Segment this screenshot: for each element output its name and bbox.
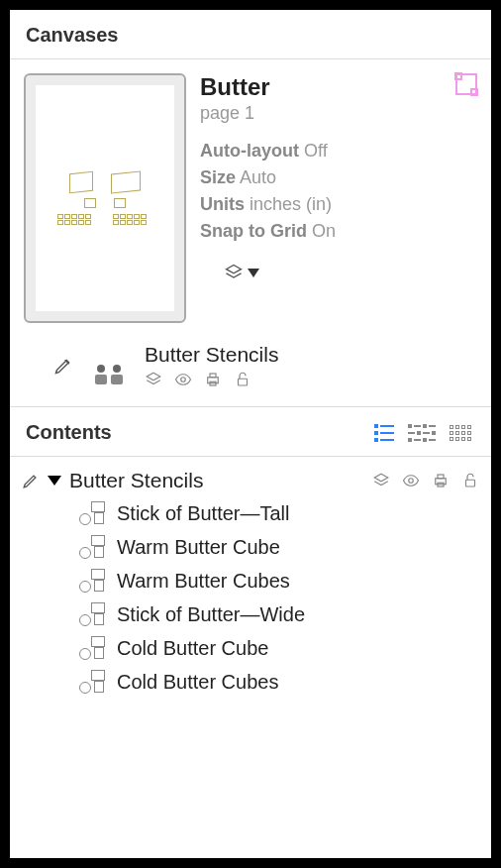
eye-icon[interactable] [174,371,192,388]
group-icon [77,670,105,694]
group-icon [77,636,105,660]
tree-item[interactable]: Warm Butter Cubes [22,564,479,597]
view-list-icon[interactable] [374,424,394,442]
prop-units: Units inches (in) [200,191,477,218]
canvases-header: Canvases [10,10,491,59]
pencil-icon[interactable] [53,356,73,376]
unlock-icon[interactable] [234,371,251,388]
group-icon [77,602,105,626]
chevron-down-icon [248,269,259,277]
prop-size: Size Auto [200,164,477,191]
stencil-row[interactable]: Butter Stencils [10,337,491,406]
svg-rect-7 [438,475,444,479]
thumbnail-preview [36,85,174,311]
print-icon[interactable] [204,371,222,388]
tree-item[interactable]: Cold Butter Cube [22,631,479,665]
tree-item-label: Stick of Butter—Wide [117,603,305,626]
prop-autolayout: Auto-layout Off [200,138,477,164]
view-sliders-icon[interactable] [408,424,436,442]
group-icon [77,501,105,525]
group-icon [77,569,105,593]
pencil-icon[interactable] [22,472,40,489]
svg-point-0 [181,378,186,382]
tree-item[interactable]: Stick of Butter—Tall [22,496,479,530]
canvas-subtitle: page 1 [200,103,270,124]
tree-root-label: Butter Stencils [69,469,203,492]
svg-point-5 [409,479,414,484]
prop-snap: Snap to Grid On [200,218,477,245]
frame-icon[interactable] [455,73,477,95]
canvas-block: Butter page 1 Auto-layout Off Size Auto … [10,59,491,337]
svg-rect-1 [208,378,219,383]
tree-item-label: Stick of Butter—Tall [117,502,290,525]
svg-rect-9 [466,480,475,487]
layers-icon [224,263,244,282]
print-icon[interactable] [432,472,450,489]
layers-icon[interactable] [145,371,162,388]
canvas-info: Butter page 1 Auto-layout Off Size Auto … [200,73,477,323]
contents-header: Contents [10,406,491,457]
canvas-title: Butter [200,73,270,101]
eye-icon[interactable] [402,472,420,489]
tree-item[interactable]: Stick of Butter—Wide [22,597,479,631]
canvas-layers-dropdown[interactable] [224,263,477,282]
view-grid-icon[interactable] [450,425,475,441]
disclosure-triangle-icon[interactable] [48,476,61,486]
tree-item[interactable]: Warm Butter Cube [22,530,479,564]
inspector-panel: Canvases Butter page 1 [10,10,491,858]
tree-item-label: Cold Butter Cube [117,637,268,660]
tree-item-label: Cold Butter Cubes [117,671,278,694]
stencil-title: Butter Stencils [145,343,475,367]
contents-title: Contents [26,421,112,444]
stencil-thumbnail [87,347,131,384]
layers-icon[interactable] [372,472,390,489]
svg-rect-2 [210,374,216,378]
canvas-thumbnail[interactable] [24,73,186,323]
contents-tree: Butter Stencils Stick of Butter—Tall War… [10,457,491,706]
tree-item-label: Warm Butter Cube [117,536,280,559]
svg-rect-6 [436,479,447,485]
unlock-icon[interactable] [461,472,479,489]
group-icon [77,535,105,559]
canvases-title: Canvases [26,24,118,47]
svg-rect-4 [239,379,248,385]
tree-root-row[interactable]: Butter Stencils [22,465,479,496]
tree-item[interactable]: Cold Butter Cubes [22,665,479,699]
tree-item-label: Warm Butter Cubes [117,570,290,593]
